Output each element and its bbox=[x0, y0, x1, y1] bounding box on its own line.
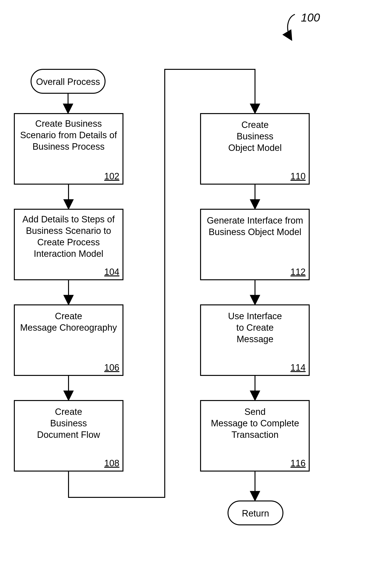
step-104-line2: Business Scenario to bbox=[26, 226, 111, 236]
step-112-line1: Generate Interface from bbox=[207, 215, 303, 225]
step-106-line2: Message Choreography bbox=[20, 323, 117, 333]
step-116-line2: Message to Complete bbox=[211, 418, 299, 428]
step-114-line3: Message bbox=[237, 334, 273, 344]
step-108-line3: Document Flow bbox=[37, 430, 100, 440]
step-102-line3: Business Process bbox=[33, 142, 105, 152]
step-104-line1: Add Details to Steps of bbox=[23, 214, 115, 224]
step-114-line2: to Create bbox=[236, 323, 274, 333]
step-114-ref: 114 bbox=[291, 363, 306, 373]
step-116-line3: Transaction bbox=[231, 430, 278, 440]
step-114-line1: Use Interface bbox=[228, 311, 282, 321]
step-108-ref: 108 bbox=[104, 458, 119, 468]
step-110-line3: Object Model bbox=[228, 143, 282, 153]
step-110-ref: 110 bbox=[291, 171, 306, 181]
step-112-ref: 112 bbox=[291, 267, 306, 277]
step-102-ref: 102 bbox=[104, 171, 119, 181]
step-116-ref: 116 bbox=[291, 458, 306, 468]
start-label: Overall Process bbox=[36, 77, 100, 87]
step-104-line4: Interaction Model bbox=[34, 249, 103, 259]
step-108-line2: Business bbox=[50, 418, 87, 428]
step-116-line1: Send bbox=[245, 407, 266, 417]
step-104-line3: Create Process bbox=[37, 237, 100, 247]
step-112-line2: Business Object Model bbox=[209, 227, 302, 237]
figure-label: 100 bbox=[301, 11, 320, 24]
step-106-line1: Create bbox=[55, 311, 82, 321]
step-102-line1: Create Business bbox=[35, 119, 102, 129]
return-label: Return bbox=[242, 508, 269, 518]
step-102-line2: Scenario from Details of bbox=[20, 130, 117, 140]
step-104-ref: 104 bbox=[104, 267, 119, 277]
step-108-line1: Create bbox=[55, 407, 82, 417]
step-106-ref: 106 bbox=[104, 363, 119, 373]
step-110-line1: Create bbox=[241, 120, 269, 130]
step-110-line2: Business bbox=[237, 131, 273, 141]
